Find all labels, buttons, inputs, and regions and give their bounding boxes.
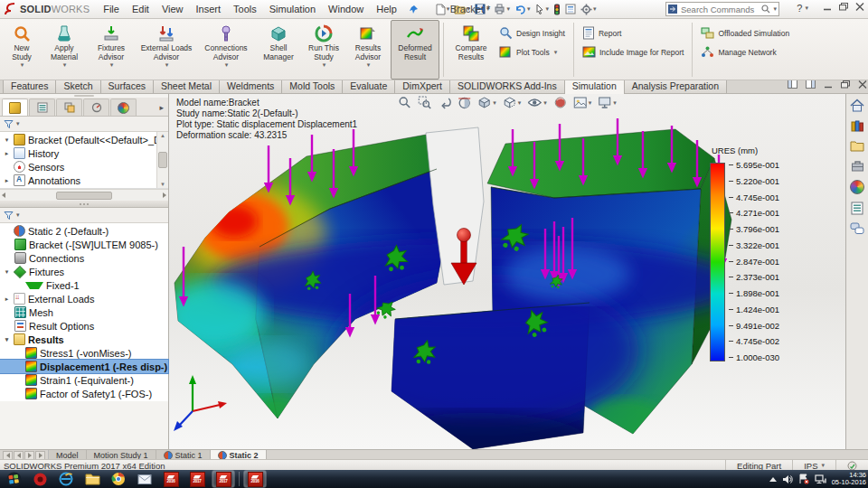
- taskbar-clock[interactable]: 14:36 05-10-2016: [832, 472, 866, 487]
- tree-item-connections[interactable]: Connections: [0, 251, 168, 265]
- external-loads-advisor-button[interactable]: External Loads Advisor▾: [136, 20, 197, 80]
- expand-icon[interactable]: ▸: [3, 177, 11, 184]
- tree-item-fixed1[interactable]: Fixed-1: [0, 278, 168, 292]
- mail-button[interactable]: [134, 471, 156, 487]
- tab-sheet-metal[interactable]: Sheet Metal: [153, 79, 220, 93]
- tab-displaymanager[interactable]: [110, 99, 137, 116]
- search-scope-icon[interactable]: [668, 5, 677, 14]
- filter-dropdown-icon[interactable]: ▾: [16, 211, 20, 219]
- close-button[interactable]: [855, 3, 864, 11]
- menu-file[interactable]: File: [97, 2, 126, 16]
- apply-scene-icon[interactable]: ▾: [572, 95, 593, 110]
- compare-results-button[interactable]: Compare Results: [448, 20, 495, 80]
- expand-icon[interactable]: ▸: [3, 296, 11, 303]
- collapse-icon[interactable]: ▾: [3, 268, 11, 276]
- pane-right-icon[interactable]: [806, 80, 816, 89]
- search-icon[interactable]: [761, 5, 770, 14]
- display-style-icon[interactable]: ▾: [502, 95, 523, 110]
- menu-edit[interactable]: Edit: [126, 2, 156, 16]
- expand-icon[interactable]: ▸: [3, 150, 11, 157]
- tree-item-bracket-root[interactable]: ▾Bracket (Default<<Default>_Display St: [0, 133, 157, 146]
- search-dropdown-icon[interactable]: ▾: [773, 5, 777, 13]
- collapse-icon[interactable]: ▾: [3, 336, 11, 343]
- tab-mold-tools[interactable]: Mold Tools: [281, 79, 343, 93]
- toolbox-icon[interactable]: [851, 159, 864, 173]
- include-image-for-report-button[interactable]: Include Image for Report: [582, 45, 684, 59]
- scroll-last-tab-button[interactable]: [35, 451, 45, 460]
- feature-tree-scrollbar[interactable]: ▲▼: [156, 132, 168, 188]
- tab-sketch[interactable]: Sketch: [55, 79, 100, 93]
- doc-minimize-button[interactable]: [824, 80, 833, 89]
- tab-surfaces[interactable]: Surfaces: [100, 79, 154, 93]
- tree-item-strain1[interactable]: Strain1 (-Equivalent-): [0, 373, 168, 387]
- scroll-next-tab-button[interactable]: [24, 451, 34, 460]
- view-orientation-icon[interactable]: ▾: [476, 95, 497, 110]
- design-insight-button[interactable]: Design Insight: [499, 26, 565, 40]
- tab-featuremanager[interactable]: [2, 99, 28, 116]
- doc-close-button[interactable]: [858, 80, 867, 89]
- menu-insert[interactable]: Insert: [190, 2, 228, 16]
- pane-left-icon[interactable]: [788, 80, 797, 89]
- tree-item-external-loads[interactable]: ▸External Loads: [0, 292, 168, 305]
- edit-appearance-icon[interactable]: [552, 95, 568, 110]
- action-center-flag-icon[interactable]: [798, 474, 809, 484]
- tree-item-results[interactable]: ▾Results: [0, 333, 168, 346]
- feature-tree-hscrollbar[interactable]: [0, 189, 168, 201]
- menu-tools[interactable]: Tools: [227, 2, 263, 16]
- plot-tools-button[interactable]: Plot Tools▾: [499, 45, 565, 59]
- restore-button[interactable]: [839, 3, 848, 11]
- tree-item-mesh[interactable]: Mesh: [0, 305, 168, 319]
- tab-features[interactable]: Features: [3, 79, 56, 93]
- apply-material-button[interactable]: Apply Material▾: [42, 20, 87, 80]
- previous-view-icon[interactable]: [437, 95, 452, 110]
- expand-icon[interactable]: ▾: [3, 136, 11, 144]
- results-advisor-button[interactable]: Results Advisor▾: [345, 20, 391, 80]
- tab-analysis-preparation[interactable]: Analysis Preparation: [624, 79, 727, 93]
- fixtures-advisor-button[interactable]: Fixtures Advisor▾: [87, 20, 136, 80]
- file-explorer-icon[interactable]: [850, 140, 864, 152]
- tree-item-stress1[interactable]: Stress1 (-vonMises-): [0, 346, 168, 360]
- solidworks-2016-button-a[interactable]: 2016: [160, 471, 182, 487]
- zoom-to-area-icon[interactable]: [417, 95, 432, 110]
- panel-splitter[interactable]: [0, 201, 168, 208]
- offloaded-simulation-button[interactable]: Offloaded Simulation: [701, 26, 789, 40]
- design-library-icon[interactable]: [851, 119, 864, 133]
- tab-propertymanager[interactable]: [29, 99, 55, 116]
- help-button[interactable]: ?: [797, 3, 802, 14]
- manage-network-button[interactable]: Manage Network: [701, 45, 789, 59]
- chrome-button[interactable]: [108, 471, 129, 487]
- tab-evaluate[interactable]: Evaluate: [342, 79, 395, 93]
- new-study-button[interactable]: New Study▾: [2, 20, 42, 80]
- solidworks-2017-button-a[interactable]: 2017: [186, 471, 208, 487]
- tree-item-sensors[interactable]: Sensors: [0, 160, 157, 174]
- minimize-button[interactable]: [823, 3, 832, 11]
- doc-restore-button[interactable]: [841, 80, 850, 89]
- start-button[interactable]: [3, 471, 24, 487]
- menu-simulation[interactable]: Simulation: [263, 2, 322, 16]
- status-tag-icon[interactable]: [847, 461, 857, 471]
- report-button[interactable]: Report: [582, 26, 684, 40]
- hide-show-items-icon[interactable]: ▾: [526, 95, 548, 110]
- internet-explorer-button[interactable]: [55, 471, 77, 487]
- network-icon[interactable]: [815, 474, 826, 484]
- graphics-viewport[interactable]: Model name:Bracket Study name:Static 2(-…: [169, 93, 845, 449]
- volume-icon[interactable]: [782, 474, 793, 484]
- tree-item-fixtures[interactable]: ▾Fixtures: [0, 265, 168, 278]
- options-button[interactable]: ▾: [579, 3, 599, 16]
- tab-configurationmanager[interactable]: [56, 99, 82, 116]
- tree-item-annotations[interactable]: ▸Annotations: [0, 174, 157, 187]
- view-settings-icon[interactable]: ▾: [597, 95, 618, 110]
- tab-weldments[interactable]: Weldments: [219, 79, 282, 93]
- solidworks-2016-button-b[interactable]: 2016: [244, 471, 266, 487]
- file-explorer-button[interactable]: [81, 471, 103, 487]
- filter-funnel-icon[interactable]: [4, 211, 14, 221]
- tree-item-result-options[interactable]: Result Options: [0, 319, 168, 333]
- show-hidden-icons-button[interactable]: [769, 477, 777, 482]
- file-properties-button[interactable]: [563, 3, 578, 15]
- menu-window[interactable]: Window: [322, 2, 370, 16]
- tree-item-fos1[interactable]: Factor of Safety1 (-FOS-): [0, 387, 168, 400]
- tree-item-history[interactable]: ▸History: [0, 146, 157, 160]
- filter-dropdown-icon[interactable]: ▾: [16, 120, 20, 127]
- tab-dimxpertmanager[interactable]: [83, 99, 109, 116]
- home-icon[interactable]: [850, 99, 864, 112]
